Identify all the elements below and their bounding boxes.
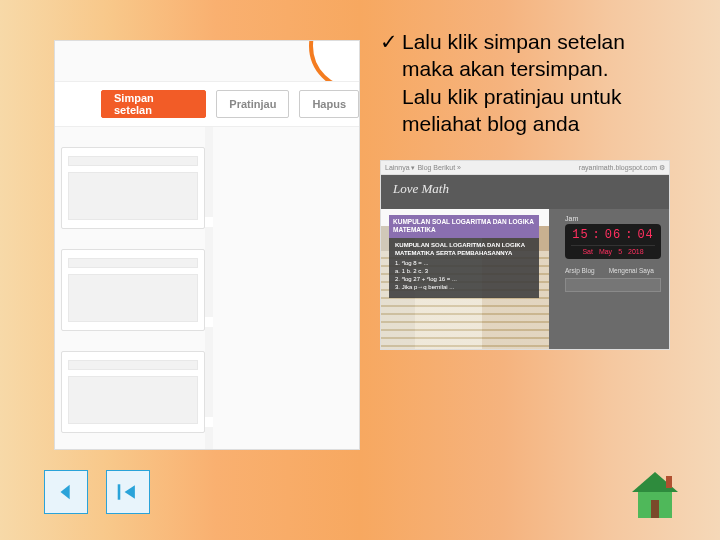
first-arrow-icon <box>116 481 140 503</box>
blog-navbar: Lainnya ▾ Blog Berikut » rayanimath.blog… <box>381 161 669 175</box>
post-subtitle: KUMPULAN SOAL LOGARITMA DAN LOGIKA MATEM… <box>395 242 533 258</box>
sidebar-widgets: Jam 15: 06: 04 Sat May 5 2018 Arsip Blog… <box>565 215 661 292</box>
slide-nav <box>44 470 150 514</box>
navbar-right: rayanimath.blogspot.com ⚙ <box>579 164 665 172</box>
blogger-settings-screenshot: Simpan setelan Pratinjau Hapus <box>54 40 360 450</box>
delete-button[interactable]: Hapus <box>299 90 359 118</box>
layout-divider <box>205 127 213 449</box>
post-title: KUMPULAN SOAL LOGARITMA DAN LOGIKA MATEM… <box>389 215 539 238</box>
about-label: Mengenai Saya <box>609 267 654 274</box>
sidebar-box <box>565 278 661 292</box>
instruction-line: Lalu klik pratinjau untuk <box>380 83 680 110</box>
instruction-line: meliahat blog anda <box>380 110 680 137</box>
layout-thumbnails <box>61 147 211 449</box>
svg-rect-4 <box>666 476 672 488</box>
blog-body: KUMPULAN SOAL LOGARITMA DAN LOGIKA MATEM… <box>381 209 669 349</box>
save-settings-button[interactable]: Simpan setelan <box>101 90 206 118</box>
layout-option[interactable] <box>61 351 205 433</box>
home-icon <box>628 470 682 520</box>
svg-rect-3 <box>651 500 659 518</box>
layout-option[interactable] <box>61 147 205 229</box>
clock-label: Jam <box>565 215 661 222</box>
svg-rect-0 <box>118 484 121 499</box>
instruction-line: Lalu klik simpan setelan <box>402 30 625 53</box>
clock-month: May <box>599 248 612 255</box>
left-arrow-icon <box>55 481 77 503</box>
preview-button[interactable]: Pratinjau <box>216 90 289 118</box>
previous-slide-button[interactable] <box>44 470 88 514</box>
post-body: 1. ²log 8 = ... a. 1 b. 2 c. 3 2. ³log 2… <box>395 260 533 291</box>
layout-option[interactable] <box>61 249 205 331</box>
check-icon: ✓ <box>380 28 402 55</box>
blog-title: Love Math <box>381 175 669 209</box>
home-button[interactable] <box>628 470 682 520</box>
digital-clock: 15: 06: 04 Sat May 5 2018 <box>565 224 661 259</box>
clock-seconds: 04 <box>637 228 653 242</box>
clock-date: 5 <box>618 248 622 255</box>
clock-hours: 15 <box>572 228 588 242</box>
clock-day: Sat <box>582 248 593 255</box>
instruction-text: ✓Lalu klik simpan setelan maka akan ters… <box>380 28 680 137</box>
instruction-line: maka akan tersimpan. <box>380 55 680 82</box>
clock-year: 2018 <box>628 248 644 255</box>
clock-minutes: 06 <box>605 228 621 242</box>
first-slide-button[interactable] <box>106 470 150 514</box>
archive-label: Arsip Blog <box>565 267 595 274</box>
navbar-left: Lainnya ▾ Blog Berikut » <box>385 164 461 172</box>
blog-preview-screenshot: Lainnya ▾ Blog Berikut » rayanimath.blog… <box>380 160 670 350</box>
blog-post: KUMPULAN SOAL LOGARITMA DAN LOGIKA MATEM… <box>389 215 539 298</box>
blogger-toolbar: Simpan setelan Pratinjau Hapus <box>55 81 359 127</box>
screenshot-inner: Simpan setelan Pratinjau Hapus <box>55 41 359 449</box>
